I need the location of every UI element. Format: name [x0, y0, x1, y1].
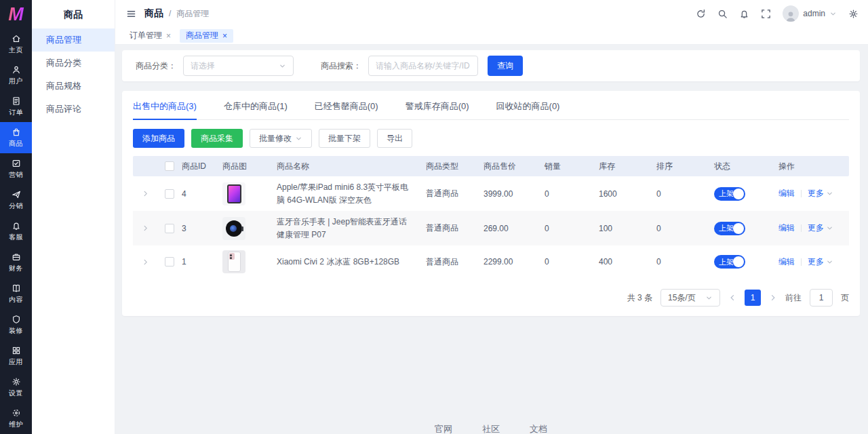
table-row: 1 Xiaomi Civi 2 冰冰蓝 8GB+128GB 普通商品 2299.: [133, 245, 849, 278]
sidebar-item-goods[interactable]: 商品: [0, 122, 32, 153]
batch-edit-button[interactable]: 批量修改: [250, 129, 312, 148]
more-dropdown[interactable]: 更多: [808, 256, 833, 268]
goods-image-ipad[interactable]: [222, 182, 245, 205]
more-label: 更多: [808, 188, 824, 199]
sidebar-item-settings[interactable]: 设置: [0, 372, 32, 403]
more-label: 更多: [808, 256, 824, 268]
sidebar-item-orders[interactable]: 订单: [0, 91, 32, 122]
sidebar-item-label: 内容: [9, 295, 23, 304]
sidebar-item-finance[interactable]: 财务: [0, 247, 32, 278]
sidebar-item-apps[interactable]: 应用: [0, 340, 32, 372]
row-checkbox[interactable]: [165, 224, 174, 233]
collapse-menu-icon[interactable]: [126, 9, 136, 19]
footer-link-docs[interactable]: 文档: [530, 423, 547, 434]
goods-image-phone[interactable]: [222, 250, 245, 273]
tab-in-warehouse[interactable]: 仓库中的商品(1): [224, 92, 288, 120]
row-checkbox[interactable]: [165, 189, 174, 199]
close-tab-icon[interactable]: ×: [222, 31, 227, 41]
search-label: 商品搜索：: [321, 60, 361, 72]
preferences-gear-icon[interactable]: [848, 9, 859, 19]
tab-recycle-bin[interactable]: 回收站的商品(0): [496, 92, 560, 120]
expand-row-icon[interactable]: [142, 224, 149, 232]
on-shelf-toggle[interactable]: 上架: [714, 255, 745, 269]
submenu-item-goods-comment[interactable]: 商品评论: [32, 98, 115, 121]
select-all-checkbox[interactable]: [165, 161, 174, 171]
sidebar-item-users[interactable]: 用户: [0, 60, 32, 91]
prev-page-icon[interactable]: [728, 294, 736, 302]
search-input[interactable]: [368, 56, 478, 76]
page-size-value: 15条/页: [668, 292, 696, 304]
more-dropdown[interactable]: 更多: [808, 188, 833, 199]
header-goods-id: 商品ID: [182, 161, 222, 172]
sidebar-item-marketing[interactable]: 营销: [0, 153, 32, 184]
fullscreen-icon[interactable]: [761, 9, 771, 19]
sidebar-item-home[interactable]: 主页: [0, 28, 32, 60]
cell-sort: 0: [656, 224, 714, 233]
status-tabs: 出售中的商品(3) 仓库中的商品(1) 已经售罄商品(0) 警戒库存商品(0) …: [133, 92, 849, 120]
distribution-icon: [12, 190, 21, 199]
tab-sold-out[interactable]: 已经售罄商品(0): [315, 92, 378, 120]
service-bell-icon: [12, 221, 21, 231]
edit-link[interactable]: 编辑: [778, 256, 795, 268]
sidebar-item-content[interactable]: 内容: [0, 278, 32, 309]
pagination: 共 3 条 15条/页 1 前往 页: [133, 289, 849, 307]
add-goods-button[interactable]: 添加商品: [133, 129, 184, 148]
topbar-actions: admin: [696, 5, 859, 22]
sidebar-item-service[interactable]: 客服: [0, 216, 32, 247]
ipad-screen: [227, 184, 241, 203]
batch-off-shelf-button[interactable]: 批量下架: [319, 129, 370, 148]
cell-goods-type: 普通商品: [426, 188, 484, 199]
on-shelf-toggle[interactable]: 上架: [714, 187, 745, 201]
edit-link[interactable]: 编辑: [778, 222, 795, 234]
search-icon[interactable]: [717, 9, 728, 19]
category-select[interactable]: 请选择: [183, 56, 294, 76]
chevron-down-icon: [705, 294, 713, 302]
cell-goods-name: Xiaomi Civi 2 冰冰蓝 8GB+128GB: [277, 256, 426, 269]
cell-goods-id: 1: [182, 257, 222, 267]
next-page-icon[interactable]: [769, 294, 777, 302]
batch-edit-label: 批量修改: [259, 133, 292, 144]
page-tab-goods[interactable]: 商品管理 ×: [180, 29, 233, 43]
export-button[interactable]: 导出: [377, 129, 412, 148]
submenu-item-goods-manage[interactable]: 商品管理: [32, 28, 115, 52]
footer-link-official-site[interactable]: 官网: [435, 423, 452, 434]
toggle-knob: [733, 256, 744, 267]
on-shelf-toggle[interactable]: 上架: [714, 222, 745, 235]
user-menu[interactable]: admin: [783, 5, 837, 22]
sidebar-item-distribution[interactable]: 分销: [0, 184, 32, 216]
goto-page-input[interactable]: [810, 289, 833, 307]
goods-image-watch[interactable]: [222, 217, 245, 240]
query-button[interactable]: 查询: [488, 56, 523, 76]
chevron-down-icon: [829, 10, 837, 18]
expand-row-icon[interactable]: [142, 190, 149, 197]
sidebar-item-decorate[interactable]: 装修: [0, 309, 32, 340]
notification-bell-icon[interactable]: [739, 9, 749, 19]
submenu-item-goods-spec[interactable]: 商品规格: [32, 75, 115, 98]
sidebar-item-label: 用户: [9, 77, 23, 86]
breadcrumb-root[interactable]: 商品: [144, 7, 163, 20]
chevron-down-icon: [295, 135, 302, 142]
sidebar-item-label: 设置: [9, 389, 23, 398]
close-tab-icon[interactable]: ×: [166, 31, 171, 41]
finance-icon: [12, 252, 21, 262]
sidebar-item-maintain[interactable]: 维护: [0, 403, 32, 434]
more-dropdown[interactable]: 更多: [808, 222, 833, 234]
order-icon: [12, 96, 21, 106]
collect-goods-button[interactable]: 商品采集: [191, 129, 243, 148]
marketing-icon: [12, 159, 21, 168]
page-tab-orders[interactable]: 订单管理 ×: [123, 29, 177, 43]
avatar-person-icon: [785, 9, 797, 22]
refresh-icon[interactable]: [696, 9, 706, 19]
current-page-button[interactable]: 1: [745, 290, 761, 306]
page-size-select[interactable]: 15条/页: [660, 289, 720, 307]
submenu-item-goods-category[interactable]: 商品分类: [32, 52, 115, 75]
home-icon: [12, 34, 21, 43]
goods-panel: 出售中的商品(3) 仓库中的商品(1) 已经售罄商品(0) 警戒库存商品(0) …: [122, 91, 860, 316]
tab-on-sale[interactable]: 出售中的商品(3): [133, 92, 197, 120]
tab-stock-alert[interactable]: 警戒库存商品(0): [406, 92, 469, 120]
expand-row-icon[interactable]: [142, 258, 149, 266]
edit-link[interactable]: 编辑: [778, 188, 795, 199]
footer-link-community[interactable]: 社区: [482, 423, 500, 434]
row-checkbox[interactable]: [165, 257, 174, 267]
app-logo[interactable]: M: [0, 0, 32, 28]
